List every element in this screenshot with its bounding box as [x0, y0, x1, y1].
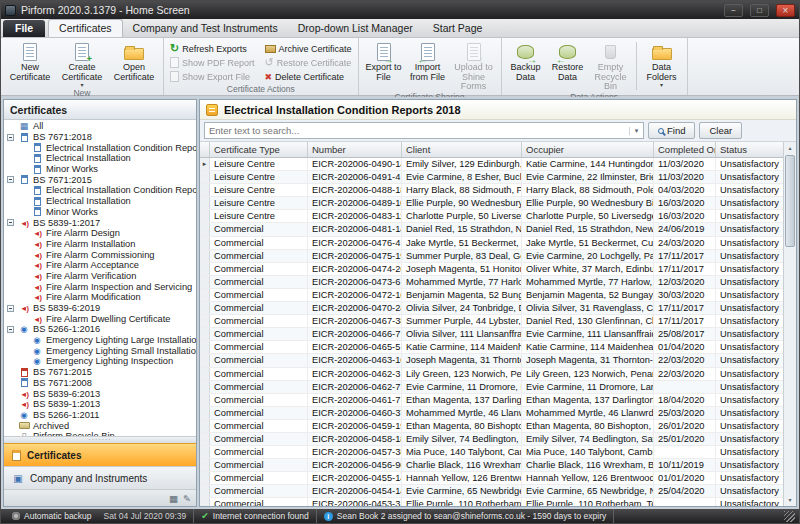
tree-item[interactable]: All	[4, 121, 196, 132]
table-row[interactable]: CommercialEICR-202006-0455-14Hannah Yell…	[200, 472, 783, 485]
tree-item[interactable]: BS 5266-1:2011	[4, 410, 196, 421]
empty-recycle-bin-button[interactable]: Empty Recycle Bin	[589, 40, 633, 92]
table-row[interactable]: CommercialEICR-202006-0474-26Joseph Mage…	[200, 263, 783, 276]
tree-item[interactable]: Electrical Installation	[4, 153, 196, 164]
data-folders-button[interactable]: Data Folders	[640, 40, 684, 88]
table-row[interactable]: CommercialEICR-202006-0465-5Katie Carmin…	[200, 341, 783, 354]
tab-drop-down-list-manager[interactable]: Drop-down List Manager	[288, 20, 423, 37]
sidebar-button-company-and-instruments[interactable]: Company and Instruments	[4, 466, 196, 489]
table-row[interactable]: CommercialEICR-202006-0475-19Summer Purp…	[200, 250, 783, 263]
tree-item[interactable]: BS 7671:2015	[4, 174, 196, 185]
table-row[interactable]: CommercialEICR-202006-0457-38Mia Puce, 1…	[200, 446, 783, 459]
new-certificate-button[interactable]: New Certificate	[4, 40, 56, 82]
table-row[interactable]: CommercialEICR-202006-0481-14Daniel Red,…	[200, 223, 783, 236]
table-row[interactable]: CommercialEICR-202006-0456-90Charlie Bla…	[200, 459, 783, 472]
tree-collapse-icon[interactable]	[7, 134, 14, 141]
search-input[interactable]	[205, 125, 629, 136]
tree-collapse-icon[interactable]	[7, 176, 14, 183]
archive-certificate-button[interactable]: Archive Certificate	[262, 42, 355, 55]
minimize-button[interactable]	[724, 4, 743, 17]
tab-certificates[interactable]: Certificates	[48, 19, 123, 37]
create-certificate-button[interactable]: + Create Certificate	[56, 40, 108, 88]
scroll-down-button[interactable]	[784, 494, 796, 506]
tree-item[interactable]: Electrical Installation	[4, 196, 196, 207]
upload-to-shine-forms-button[interactable]: ↑ Upload to Shine Forms	[450, 40, 498, 92]
export-to-file-button[interactable]: → Export to File	[362, 40, 406, 82]
table-row[interactable]: Leisure CentreEICR-202006-0483-11Charlot…	[200, 210, 783, 223]
tree-item[interactable]: Fire Alarm Acceptance	[4, 260, 196, 271]
close-button[interactable]	[776, 4, 795, 17]
table-row[interactable]: CommercialEICR-202006-0476-4Jake Myrtle,…	[200, 237, 783, 250]
tab-start-page[interactable]: Start Page	[423, 20, 493, 37]
tree-item[interactable]: Electrical Installation Condition Report	[4, 142, 196, 153]
tree-item[interactable]: Emergency Lighting Large Installation	[4, 335, 196, 346]
tree-item[interactable]: Electrical Installation Condition Report	[4, 185, 196, 196]
table-row[interactable]: CommercialEICR-202006-0460-37Mohammed My…	[200, 407, 783, 420]
table-row[interactable]: CommercialEICR-202006-0467-38Summer Purp…	[200, 315, 783, 328]
import-from-file-button[interactable]: ← Import from File	[406, 40, 450, 82]
table-row[interactable]: CommercialEICR-202006-0466-7Olivia Silve…	[200, 328, 783, 341]
restore-certificate-button[interactable]: Restore Certificate	[262, 56, 355, 69]
column-header-completed-on[interactable]: Completed On	[654, 142, 716, 157]
tree-item[interactable]: Fire Alarm Dwelling Certificate	[4, 313, 196, 324]
backup-data-button[interactable]: → Backup Data	[505, 40, 547, 82]
show-pdf-report-button[interactable]: Show PDF Report	[167, 56, 258, 69]
tree-item[interactable]: BS 7671:2008	[4, 378, 196, 389]
column-header-certificate-type[interactable]: Certificate Type	[210, 142, 308, 157]
tab-company-and-test-instruments[interactable]: Company and Test Instruments	[123, 20, 288, 37]
open-certificate-button[interactable]: Open Certificate	[108, 40, 160, 82]
tree-item[interactable]: BS 5839-1:2017	[4, 217, 196, 228]
tree-item[interactable]: Fire Alarm Modification	[4, 292, 196, 303]
customize-icon[interactable]	[183, 493, 191, 504]
panel-options-icon[interactable]	[169, 493, 178, 504]
clear-button[interactable]: Clear	[699, 122, 742, 139]
find-button[interactable]: Find	[648, 122, 695, 139]
table-row[interactable]: CommercialEICR-202006-0462-7Evie Carmine…	[200, 381, 783, 394]
table-row[interactable]: Leisure CentreEICR-202006-0490-14Emily S…	[200, 158, 783, 171]
tree-item[interactable]: BS 7671:2018	[4, 132, 196, 143]
column-header-client[interactable]: Client	[402, 142, 522, 157]
table-row[interactable]: CommercialEICR-202006-0453-3Ellie Purple…	[200, 498, 783, 506]
maximize-button[interactable]	[750, 4, 769, 17]
tree-collapse-icon[interactable]	[7, 305, 14, 312]
scrollbar-thumb[interactable]	[785, 155, 795, 247]
table-row[interactable]: CommercialEICR-202006-0454-14Evie Carmin…	[200, 485, 783, 498]
tree-item[interactable]: BS 5839-6:2019	[4, 303, 196, 314]
table-row[interactable]: CommercialEICR-202006-0470-24Olivia Silv…	[200, 302, 783, 315]
tab-file[interactable]: File	[3, 20, 45, 37]
tree-item[interactable]: Fire Alarm Installation	[4, 239, 196, 250]
sidebar-button-certificates[interactable]: Certificates	[4, 443, 196, 466]
resize-grip[interactable]	[784, 511, 795, 522]
tree-item[interactable]: Fire Alarm Commissioning	[4, 249, 196, 260]
tree-item[interactable]: BS 5839-6:2013	[4, 388, 196, 399]
table-row[interactable]: Leisure CentreEICR-202006-0488-18Harry B…	[200, 184, 783, 197]
tree-item[interactable]: BS 5839-1:2013	[4, 399, 196, 410]
tree-item[interactable]: Fire Alarm Design	[4, 228, 196, 239]
table-row[interactable]: CommercialEICR-202006-0463-16Joseph Mage…	[200, 354, 783, 367]
tree-item[interactable]: Minor Works	[4, 207, 196, 218]
delete-certificate-button[interactable]: Delete Certificate	[262, 70, 355, 83]
column-header-status[interactable]: Status	[716, 142, 783, 157]
refresh-exports-button[interactable]: Refresh Exports	[167, 42, 258, 55]
restore-data-button[interactable]: ← Restore Data	[547, 40, 589, 82]
column-header-occupier[interactable]: Occupier	[522, 142, 654, 157]
tree-collapse-icon[interactable]	[7, 219, 14, 226]
show-export-file-button[interactable]: Show Export File	[167, 70, 258, 83]
table-row[interactable]: Leisure CentreEICR-202006-0491-4Evie Car…	[200, 171, 783, 184]
table-row[interactable]: CommercialEICR-202006-0462-3Lily Green, …	[200, 368, 783, 381]
tree-collapse-icon[interactable]	[7, 326, 14, 333]
scroll-up-button[interactable]	[784, 142, 796, 154]
vertical-scrollbar[interactable]	[783, 142, 796, 506]
table-row[interactable]: CommercialEICR-202006-0472-16Benjamin Ma…	[200, 289, 783, 302]
tree-item[interactable]: Emergency Lighting Inspection	[4, 356, 196, 367]
search-dropdown-icon[interactable]	[629, 127, 643, 135]
table-row[interactable]: CommercialEICR-202006-0459-19Ethan Magen…	[200, 420, 783, 433]
tree-item[interactable]: Fire Alarm Inspection and Servicing	[4, 281, 196, 292]
tree-item[interactable]: BS 7671:2015	[4, 367, 196, 378]
tree-item[interactable]: Minor Works	[4, 164, 196, 175]
table-row[interactable]: Leisure CentreEICR-202006-0489-10Ellie P…	[200, 197, 783, 210]
column-header-number[interactable]: Number	[308, 142, 402, 157]
tree-item[interactable]: Archived	[4, 420, 196, 431]
tree-item[interactable]: Emergency Lighting Small Installation	[4, 345, 196, 356]
sidebar-splitter[interactable]	[4, 436, 196, 443]
